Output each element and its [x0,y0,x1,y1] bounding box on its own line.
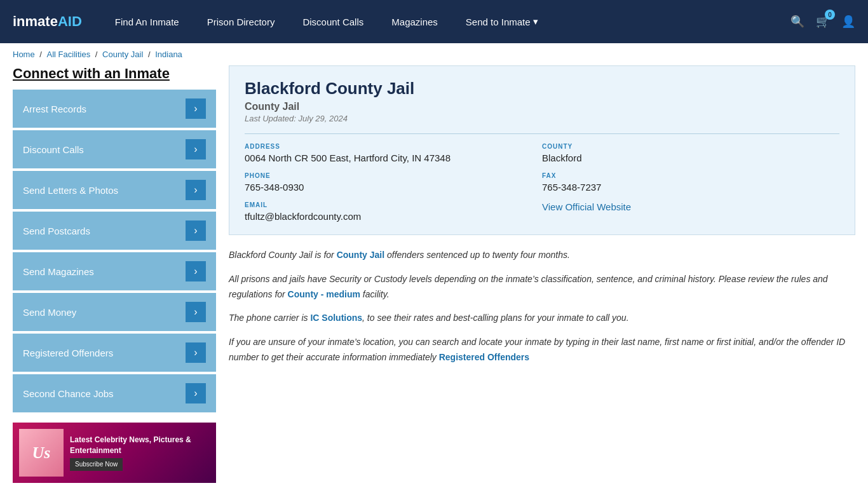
description-para4: If you are unsure of your inmate’s locat… [229,335,855,365]
sidebar-arrow-second-chance-jobs: › [186,383,206,403]
breadcrumb-home[interactable]: Home [13,50,35,59]
cart-badge: 0 [825,10,835,20]
description-para1: Blackford County Jail is for County Jail… [229,248,855,263]
email-label: EMAIL [245,201,542,208]
logo[interactable]: inmateAID [13,13,82,30]
ad-text: Latest Celebrity News, Pictures & Entert… [70,435,210,471]
county-medium-link[interactable]: County - medium [288,289,360,299]
sidebar-item-arrest-records[interactable]: Arrest Records › [13,90,216,128]
breadcrumb-all-facilities[interactable]: All Facilities [47,50,91,59]
facility-info-grid: ADDRESS 0064 North CR 500 East, Hartford… [245,133,839,222]
sidebar-arrow-discount-calls: › [186,139,206,159]
sidebar-item-second-chance-jobs[interactable]: Second Chance Jobs › [13,374,216,412]
sidebar-item-send-postcards[interactable]: Send Postcards › [13,212,216,250]
breadcrumb-county-jail[interactable]: County Jail [102,50,143,59]
chevron-down-icon: ▾ [533,16,538,27]
phone-block: PHONE 765-348-0930 [245,172,542,193]
sidebar-item-discount-calls[interactable]: Discount Calls › [13,130,216,168]
nav-prison-directory[interactable]: Prison Directory [193,17,289,27]
facility-description: Blackford County Jail is for County Jail… [229,248,855,365]
description-para2: All prisons and jails have Security or C… [229,272,855,302]
sidebar-item-registered-offenders[interactable]: Registered Offenders › [13,334,216,372]
logo-text-aid: AID [58,13,82,30]
county-value: Blackford [542,152,839,163]
registered-offenders-link[interactable]: Registered Offenders [439,352,529,362]
ad-logo: Us [32,444,51,463]
description-para3: The phone carrier is IC Solutions, to se… [229,311,855,326]
county-block: COUNTY Blackford [542,143,839,163]
nav-discount-calls[interactable]: Discount Calls [288,17,377,27]
sidebar-arrow-send-letters: › [186,180,206,200]
sidebar-arrow-arrest-records: › [186,98,206,119]
sidebar-arrow-send-postcards: › [186,220,206,241]
ic-solutions-link[interactable]: IC Solutions [310,313,362,323]
logo-text-inmate: inmate [13,13,58,30]
website-block: View Official Website [542,201,839,222]
main-nav: Find An Inmate Prison Directory Discount… [101,16,790,27]
ad-subscribe-button[interactable]: Subscribe Now [70,458,123,471]
address-value: 0064 North CR 500 East, Hartford City, I… [245,152,542,163]
nav-send-to-inmate[interactable]: Send to Inmate ▾ [452,16,552,27]
sidebar-arrow-send-money: › [186,302,206,322]
sidebar-item-send-money[interactable]: Send Money › [13,293,216,331]
sidebar-arrow-registered-offenders: › [186,342,206,363]
sidebar-item-send-letters[interactable]: Send Letters & Photos › [13,171,216,209]
address-label: ADDRESS [245,143,542,150]
county-label: COUNTY [542,143,839,150]
facility-updated: Last Updated: July 29, 2024 [245,114,839,123]
fax-value: 765-348-7237 [542,182,839,193]
facility-card: Blackford County Jail County Jail Last U… [229,65,855,235]
breadcrumb-indiana[interactable]: Indiana [155,50,182,59]
breadcrumb: Home / All Facilities / County Jail / In… [0,43,868,65]
email-block: EMAIL tfultz@blackfordcounty.com [245,201,542,222]
nav-find-inmate[interactable]: Find An Inmate [101,17,193,27]
facility-type: County Jail [245,101,839,112]
phone-label: PHONE [245,172,542,179]
phone-value: 765-348-0930 [245,182,542,193]
sidebar-arrow-send-magazines: › [186,261,206,281]
sidebar-menu: Arrest Records › Discount Calls › Send L… [13,90,216,412]
header: inmateAID Find An Inmate Prison Director… [0,0,868,43]
sidebar-item-send-magazines[interactable]: Send Magazines › [13,252,216,290]
ad-banner[interactable]: Us Latest Celebrity News, Pictures & Ent… [13,423,216,483]
address-block: ADDRESS 0064 North CR 500 East, Hartford… [245,143,542,163]
cart-icon[interactable]: 🛒 0 [816,15,830,29]
sidebar: Connect with an Inmate Arrest Records › … [13,65,216,483]
header-icons: 🔍 🛒 0 👤 [790,15,855,29]
nav-magazines[interactable]: Magazines [377,17,452,27]
county-jail-link[interactable]: County Jail [337,250,384,260]
main-layout: Connect with an Inmate Arrest Records › … [0,65,868,488]
sidebar-title: Connect with an Inmate [13,65,216,82]
fax-block: FAX 765-348-7237 [542,172,839,193]
search-icon[interactable]: 🔍 [790,15,804,29]
fax-label: FAX [542,172,839,179]
facility-name: Blackford County Jail [245,79,839,98]
main-content: Blackford County Jail County Jail Last U… [229,65,855,483]
view-official-website-link[interactable]: View Official Website [542,201,631,212]
user-icon[interactable]: 👤 [841,15,855,29]
email-value: tfultz@blackfordcounty.com [245,211,542,222]
